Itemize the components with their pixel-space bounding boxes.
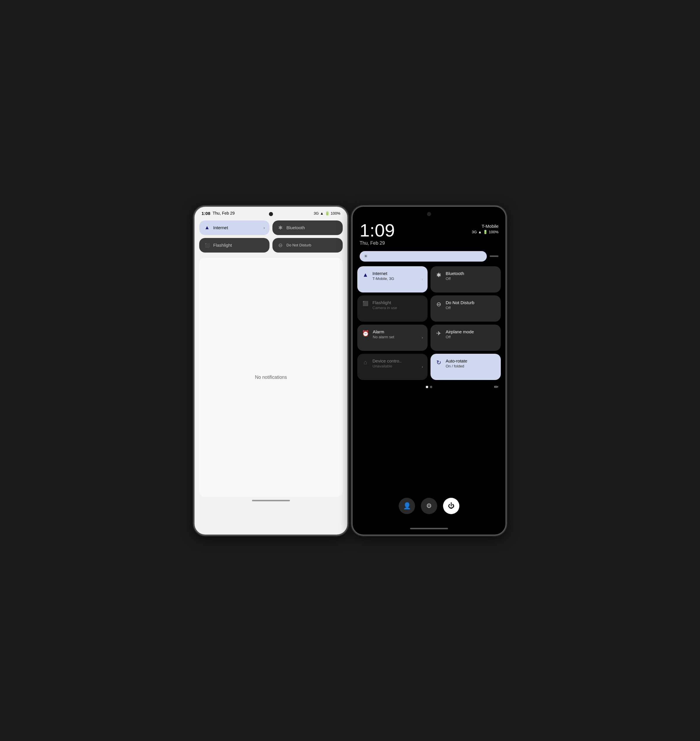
settings-button[interactable]: ⚙ — [421, 498, 437, 514]
tile-bluetooth-title-right: Bluetooth — [446, 271, 464, 276]
page-dots: ✏ — [353, 382, 506, 391]
tile-dnd-left[interactable]: ⊖ Do Not Disturb — [272, 238, 343, 253]
tile-internet-subtitle-right: T-Mobile, 3G — [372, 276, 394, 281]
settings-icon: ⚙ — [426, 502, 432, 510]
tile-bluetooth-left[interactable]: ✱ Bluetooth — [272, 221, 343, 235]
user-button[interactable]: 👤 — [399, 498, 415, 514]
autorotate-icon-right: ↻ — [435, 359, 442, 366]
alarm-icon-right: ⏰ — [362, 330, 369, 337]
tile-airplane-title-right: Airplane mode — [446, 329, 474, 334]
bluetooth-icon-left: ✱ — [277, 225, 284, 231]
flashlight-icon-left: ⬛ — [204, 243, 210, 248]
tile-device-controls-title-right: Device contro.. — [372, 359, 401, 363]
device-controls-chevron-right: › — [422, 365, 423, 369]
bottom-buttons: 👤 ⚙ ⏻ — [353, 493, 506, 517]
tile-flashlight-left[interactable]: ⬛ Flashlight — [199, 238, 269, 253]
tile-internet-right[interactable]: ▲ Internet T-Mobile, 3G › — [357, 266, 428, 293]
tile-dnd-label-left: Do Not Disturb — [287, 243, 311, 247]
tile-flashlight-title-right: Flashlight — [372, 300, 397, 305]
status-icons-left: 3G ▲ 🔋 100% — [314, 211, 340, 216]
battery-left: 100% — [331, 211, 340, 216]
tile-airplane-right[interactable]: ✈ Airplane mode Off — [431, 325, 501, 351]
brightness-bar[interactable]: ☀ — [360, 251, 487, 262]
volume-down-button[interactable] — [194, 284, 194, 298]
time-left: 1:08 — [201, 211, 210, 216]
dnd-icon-right: ⊖ — [435, 301, 442, 308]
internet-icon-right: ▲ — [362, 272, 369, 278]
flashlight-icon-right: ⬛ — [362, 301, 369, 306]
tile-airplane-subtitle-right: Off — [446, 335, 474, 339]
chevron-icon-left: › — [263, 225, 265, 230]
tile-bluetooth-right[interactable]: ✱ Bluetooth Off — [431, 266, 501, 293]
battery-icon: 🔋 — [325, 211, 329, 216]
tile-internet-label-left: Internet — [213, 225, 228, 230]
battery-right: 100% — [489, 230, 499, 234]
tile-device-controls-right[interactable]: ⌂ Device contro.. Unavailable › — [357, 354, 428, 380]
tile-alarm-title-right: Alarm — [373, 329, 394, 334]
alarm-chevron-right: › — [422, 336, 423, 340]
signal-icon: ▲ — [320, 211, 324, 216]
page-dot-1[interactable] — [426, 386, 428, 388]
network-left: 3G — [314, 211, 319, 216]
bluetooth-icon-right: ✱ — [435, 272, 442, 278]
tile-autorotate-subtitle-right: On / folded — [446, 364, 467, 368]
power-button-right[interactable] — [506, 300, 506, 323]
volume-up-button[interactable] — [194, 265, 194, 280]
tile-autorotate-right[interactable]: ↻ Auto-rotate On / folded — [431, 354, 501, 380]
camera-cutout-left — [269, 212, 273, 216]
signal-icon-right: ▲ — [478, 230, 482, 234]
tile-alarm-subtitle-right: No alarm set — [373, 335, 394, 339]
home-indicator-left[interactable] — [252, 500, 290, 501]
clock-right: 1:09 — [360, 221, 395, 240]
tile-flashlight-right[interactable]: ⬛ Flashlight Camera in use — [357, 296, 428, 322]
network-right: 3G — [472, 230, 477, 234]
internet-icon-left: ▲ — [204, 225, 210, 231]
tile-alarm-right[interactable]: ⏰ Alarm No alarm set › — [357, 325, 428, 351]
date-left: Thu, Feb 29 — [213, 211, 235, 216]
tile-autorotate-title-right: Auto-rotate — [446, 359, 467, 363]
brightness-slider[interactable] — [490, 256, 499, 257]
notification-area: No notifications — [199, 258, 343, 497]
home-indicator-right[interactable] — [410, 528, 448, 529]
quick-tiles-right: ▲ Internet T-Mobile, 3G › ✱ Bluetooth Of… — [353, 265, 506, 382]
right-phone: 1:09 Thu, Feb 29 T-Mobile 3G ▲ 🔋 100% ☀ … — [352, 206, 506, 535]
date-right: Thu, Feb 29 — [360, 240, 395, 246]
quick-tiles-left: ▲ Internet › ✱ Bluetooth ⬛ Flashlight ⊖ … — [194, 218, 347, 256]
tile-device-controls-subtitle-right: Unavailable — [372, 364, 401, 368]
no-notifications-text: No notifications — [255, 375, 287, 380]
left-phone: 1:08 Thu, Feb 29 3G ▲ 🔋 100% ▲ Internet … — [194, 206, 348, 535]
edit-icon[interactable]: ✏ — [494, 384, 499, 390]
camera-cutout-right — [427, 212, 431, 216]
user-icon: 👤 — [403, 502, 411, 510]
power-button-bottom[interactable]: ⏻ — [443, 498, 459, 514]
brightness-row: ☀ — [353, 250, 506, 265]
tile-bluetooth-subtitle-right: Off — [446, 276, 464, 281]
device-controls-icon-right: ⌂ — [362, 359, 369, 366]
tile-flashlight-label-left: Flashlight — [213, 243, 232, 248]
tile-internet-title-right: Internet — [372, 271, 394, 276]
tile-dnd-title-right: Do Not Disturb — [446, 300, 474, 305]
dnd-icon-left: ⊖ — [277, 242, 284, 248]
page-dot-2[interactable] — [430, 386, 432, 388]
airplane-icon-right: ✈ — [435, 330, 442, 337]
brightness-icon: ☀ — [364, 253, 368, 259]
tile-internet-left[interactable]: ▲ Internet › — [199, 221, 269, 235]
battery-icon-right: 🔋 — [483, 230, 488, 234]
internet-chevron-right: › — [422, 277, 423, 281]
tile-flashlight-subtitle-right: Camera in use — [372, 306, 397, 310]
tile-bluetooth-label-left: Bluetooth — [287, 225, 305, 230]
carrier-right: T-Mobile — [472, 223, 499, 229]
tile-dnd-right[interactable]: ⊖ Do Not Disturb Off — [431, 296, 501, 322]
tile-dnd-subtitle-right: Off — [446, 306, 474, 310]
power-icon: ⏻ — [448, 502, 454, 510]
